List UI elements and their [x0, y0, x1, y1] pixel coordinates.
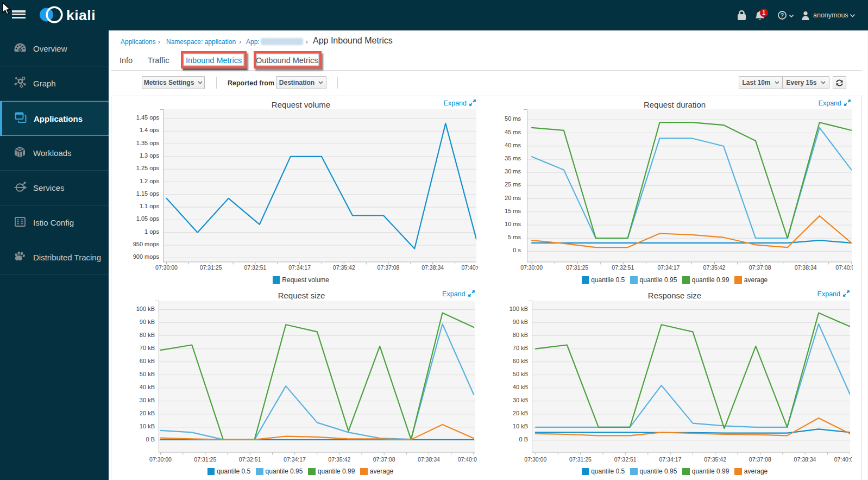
svg-text:kiali: kiali: [66, 7, 96, 23]
svg-text:?: ?: [781, 12, 784, 18]
